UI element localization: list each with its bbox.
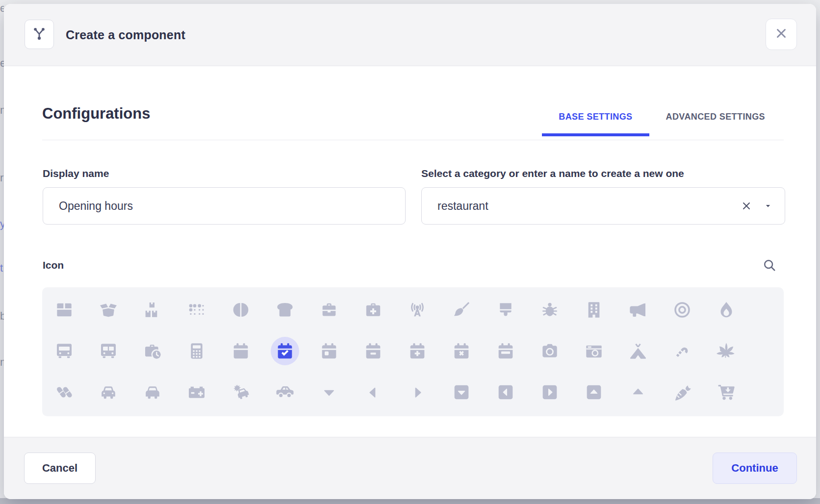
icon-caret-right-icon[interactable] bbox=[395, 372, 439, 413]
backdrop-text-fragment: m bbox=[0, 356, 4, 369]
icon-caret-up-icon[interactable] bbox=[616, 372, 660, 413]
icon-car-side-icon[interactable] bbox=[263, 372, 307, 413]
icon-car-crash-icon[interactable] bbox=[219, 372, 263, 413]
icon-bullhorn-icon[interactable] bbox=[616, 289, 660, 330]
icon-calendar-icon[interactable] bbox=[219, 330, 263, 372]
icon-box-icon[interactable] bbox=[42, 289, 86, 330]
icon-box-open-icon[interactable] bbox=[86, 289, 130, 330]
icon-grid bbox=[42, 289, 784, 413]
icon-campground-icon[interactable] bbox=[616, 330, 660, 372]
icon-capsules-icon[interactable] bbox=[42, 372, 86, 413]
icon-carrot-icon[interactable] bbox=[660, 372, 704, 413]
icon-boxes-icon[interactable] bbox=[130, 289, 175, 330]
icon-car-alt-icon[interactable] bbox=[130, 372, 175, 413]
icon-calendar-minus-icon[interactable] bbox=[351, 330, 395, 372]
icon-calendar-check-icon[interactable] bbox=[263, 330, 307, 372]
icon-broadcast-tower-icon[interactable] bbox=[395, 289, 439, 330]
clear-icon[interactable] bbox=[740, 200, 753, 212]
create-component-dialog: Create a component Configurations BASE S… bbox=[4, 4, 816, 499]
icon-caret-square-right-icon[interactable] bbox=[528, 372, 572, 413]
icon-caret-down-icon[interactable] bbox=[307, 372, 351, 413]
icon-brain-icon[interactable] bbox=[219, 289, 263, 330]
icon-caret-left-icon[interactable] bbox=[351, 372, 395, 413]
icon-car-battery-icon[interactable] bbox=[175, 372, 219, 413]
tab-advanced-settings[interactable]: ADVANCED SETTINGS bbox=[649, 112, 782, 136]
icon-business-time-icon[interactable] bbox=[130, 330, 175, 372]
tab-base-settings[interactable]: BASE SETTINGS bbox=[542, 112, 649, 136]
settings-tabs: BASE SETTINGS ADVANCED SETTINGS bbox=[542, 112, 782, 136]
icon-briefcase-icon[interactable] bbox=[307, 289, 351, 330]
category-input[interactable] bbox=[421, 187, 785, 225]
icon-calendar-day-icon[interactable] bbox=[307, 330, 351, 372]
backdrop-text-fragment: t bbox=[0, 262, 4, 275]
page-title: Configurations bbox=[42, 105, 150, 123]
backdrop-text-fragment: r bbox=[0, 172, 4, 184]
backdrop-text-fragment: b bbox=[0, 310, 4, 323]
continue-button[interactable]: Continue bbox=[713, 453, 797, 484]
icon-caret-square-down-icon[interactable] bbox=[439, 372, 484, 413]
component-split-icon bbox=[31, 25, 48, 44]
dialog-title: Create a component bbox=[66, 4, 185, 66]
icon-cannabis-icon[interactable] bbox=[704, 330, 748, 372]
icon-brush-icon[interactable] bbox=[484, 289, 528, 330]
icon-camera-retro-icon[interactable] bbox=[572, 330, 616, 372]
icon-car-icon[interactable] bbox=[86, 372, 130, 413]
dialog-header: Create a component bbox=[4, 4, 816, 66]
icon-bread-slice-icon[interactable] bbox=[263, 289, 307, 330]
component-icon-box bbox=[25, 20, 54, 49]
icon-picker-panel bbox=[42, 287, 784, 416]
icon-briefcase-medical-icon[interactable] bbox=[351, 289, 395, 330]
close-button[interactable] bbox=[766, 19, 797, 50]
cancel-button[interactable]: Cancel bbox=[24, 453, 96, 484]
icon-camera-icon[interactable] bbox=[528, 330, 572, 372]
backdrop-text-fragment: m bbox=[0, 104, 4, 117]
icon-braille-icon[interactable] bbox=[175, 289, 219, 330]
icon-cart-arrow-down-icon[interactable] bbox=[704, 372, 748, 413]
icon-calendar-week-icon[interactable] bbox=[484, 330, 528, 372]
dialog-footer: Cancel Continue bbox=[4, 437, 816, 499]
icon-building-icon[interactable] bbox=[572, 289, 616, 330]
search-icon[interactable] bbox=[762, 258, 777, 275]
tabs-divider bbox=[42, 140, 784, 140]
display-name-label: Display name bbox=[43, 168, 109, 179]
icon-bus-icon[interactable] bbox=[42, 330, 86, 372]
selected-icon-highlight bbox=[271, 337, 299, 365]
display-name-input[interactable] bbox=[43, 187, 406, 225]
backdrop-text-fragment: e bbox=[0, 57, 4, 70]
icon-burn-icon[interactable] bbox=[704, 289, 748, 330]
icon-bullseye-icon[interactable] bbox=[660, 289, 704, 330]
close-icon bbox=[774, 26, 789, 43]
backdrop-text-fragment: e bbox=[0, 2, 4, 15]
icon-calculator-icon[interactable] bbox=[175, 330, 219, 372]
icon-picker-label: Icon bbox=[43, 259, 64, 271]
icon-calendar-times-icon[interactable] bbox=[439, 330, 484, 372]
icon-bug-icon[interactable] bbox=[528, 289, 572, 330]
icon-broom-icon[interactable] bbox=[439, 289, 484, 330]
icon-candy-cane-icon[interactable] bbox=[660, 330, 704, 372]
icon-calendar-plus-icon[interactable] bbox=[395, 330, 439, 372]
category-label: Select a category or enter a name to cre… bbox=[421, 168, 684, 179]
category-input-controls bbox=[740, 187, 772, 225]
dropdown-caret-icon[interactable] bbox=[764, 202, 772, 210]
backdrop-text-fragment: y bbox=[0, 218, 4, 230]
icon-caret-square-up-icon[interactable] bbox=[572, 372, 616, 413]
icon-bus-alt-icon[interactable] bbox=[86, 330, 130, 372]
icon-caret-square-left-icon[interactable] bbox=[484, 372, 528, 413]
